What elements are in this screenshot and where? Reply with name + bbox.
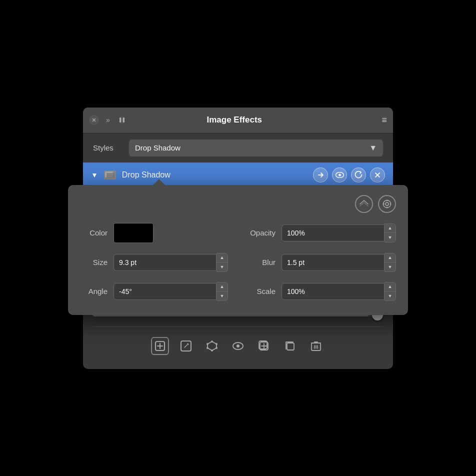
drop-shadow-label: Drop Shadow xyxy=(122,170,307,180)
size-input[interactable]: 9.3 pt xyxy=(114,254,216,271)
size-stepper-down[interactable]: ▼ xyxy=(216,262,228,272)
opacity-input[interactable]: 100% xyxy=(282,224,384,242)
blur-stepper: ▲ ▼ xyxy=(384,253,396,272)
drop-shadow-actions xyxy=(313,168,385,182)
scale-field-row: Scale 100% ▲ ▼ xyxy=(248,282,396,301)
popup-layers-button[interactable] xyxy=(355,195,373,213)
blur-input[interactable]: 1.5 pt xyxy=(282,254,384,271)
svg-point-19 xyxy=(211,350,213,352)
size-stepper-up[interactable]: ▲ xyxy=(216,254,228,262)
menu-button[interactable]: ≡ xyxy=(382,115,387,126)
svg-point-20 xyxy=(206,347,208,349)
opacity-stepper-up[interactable]: ▲ xyxy=(384,224,396,233)
svg-point-18 xyxy=(216,347,218,349)
scale-input[interactable]: 100% xyxy=(282,283,384,300)
blur-field-row: Blur 1.5 pt ▲ ▼ xyxy=(248,253,396,272)
svg-rect-6 xyxy=(106,173,114,178)
divider xyxy=(93,326,383,327)
blur-input-group: 1.5 pt ▲ ▼ xyxy=(282,253,396,272)
blur-field-label: Blur xyxy=(248,258,276,266)
angle-stepper-up[interactable]: ▲ xyxy=(216,282,228,292)
reset-button[interactable] xyxy=(351,168,366,182)
popup-arrow xyxy=(153,179,165,185)
enter-button[interactable] xyxy=(313,168,328,182)
svg-marker-15 xyxy=(208,342,216,350)
opacity-field-label: Opacity xyxy=(248,228,276,237)
toolbar xyxy=(93,331,383,363)
blur-stepper-up[interactable]: ▲ xyxy=(384,254,396,262)
popup-target-button[interactable] xyxy=(378,195,396,213)
opacity-input-group: 100% ▲ ▼ xyxy=(282,224,396,242)
svg-point-21 xyxy=(206,343,208,345)
color-swatch[interactable] xyxy=(114,223,154,243)
size-stepper: ▲ ▼ xyxy=(216,253,228,272)
styles-dropdown-value: Drop Shadow xyxy=(135,144,180,152)
opacity-stepper-down[interactable]: ▼ xyxy=(384,233,396,242)
blur-stepper-down[interactable]: ▼ xyxy=(384,262,396,272)
drop-shadow-effect-icon xyxy=(104,170,116,180)
svg-rect-28 xyxy=(287,343,294,350)
copy-button[interactable] xyxy=(281,337,299,355)
dropdown-arrow-icon: ▼ xyxy=(369,144,377,152)
angle-input[interactable]: -45° xyxy=(114,283,216,300)
size-input-group: 9.3 pt ▲ ▼ xyxy=(114,253,228,272)
panel-title: Image Effects xyxy=(87,115,382,125)
triangle-icon: ▼ xyxy=(91,171,98,179)
svg-point-16 xyxy=(211,340,213,342)
angle-field-label: Angle xyxy=(80,287,108,296)
scale-stepper: ▲ ▼ xyxy=(384,282,396,301)
add-layer-button[interactable] xyxy=(255,337,273,355)
scale-input-group: 100% ▲ ▼ xyxy=(282,282,396,301)
opacity-field-row: Opacity 100% ▲ ▼ xyxy=(248,223,396,243)
edit-button[interactable] xyxy=(177,337,195,355)
remove-effect-button[interactable] xyxy=(370,168,385,182)
trash-button[interactable] xyxy=(307,337,325,355)
angle-field-row: Angle -45° ▲ ▼ xyxy=(80,282,228,301)
title-bar: » Image Effects ≡ xyxy=(83,108,393,134)
popup-top-buttons xyxy=(80,195,396,213)
popup-fields: Color Opacity 100% ▲ ▼ Size xyxy=(80,223,396,301)
visibility-button[interactable] xyxy=(332,168,347,182)
opacity-stepper: ▲ ▼ xyxy=(384,224,396,242)
nodes-button[interactable] xyxy=(203,337,221,355)
color-field-row: Color xyxy=(80,223,228,243)
color-field-label: Color xyxy=(80,228,108,237)
eye-button[interactable] xyxy=(229,337,247,355)
svg-point-8 xyxy=(338,174,341,176)
svg-point-17 xyxy=(216,343,218,345)
size-field-label: Size xyxy=(80,258,108,266)
scale-field-label: Scale xyxy=(248,287,276,296)
angle-stepper-down[interactable]: ▼ xyxy=(216,292,228,300)
angle-stepper: ▲ ▼ xyxy=(216,282,228,301)
styles-dropdown[interactable]: Drop Shadow ▼ xyxy=(129,140,383,156)
styles-row: Styles Drop Shadow ▼ xyxy=(83,134,393,162)
svg-point-35 xyxy=(386,202,388,206)
scale-stepper-down[interactable]: ▼ xyxy=(384,292,396,300)
svg-point-23 xyxy=(236,344,240,348)
styles-label: Styles xyxy=(93,144,123,152)
add-button[interactable] xyxy=(151,337,169,355)
size-field-row: Size 9.3 pt ▲ ▼ xyxy=(80,253,228,272)
angle-input-group: -45° ▲ ▼ xyxy=(114,282,228,301)
drop-shadow-popup: Color Opacity 100% ▲ ▼ Size xyxy=(68,185,408,315)
drop-shadow-row: ▼ Drop Shadow xyxy=(83,162,393,188)
scale-stepper-up[interactable]: ▲ xyxy=(384,282,396,292)
